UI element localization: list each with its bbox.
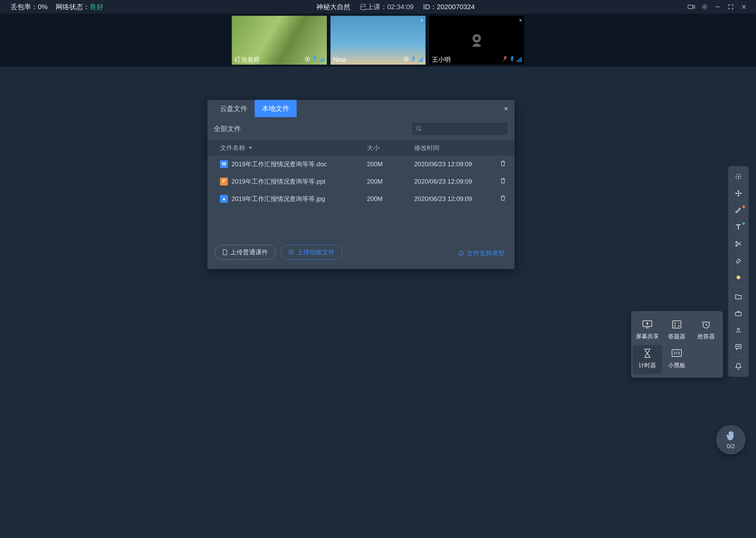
delete-file-icon[interactable] xyxy=(498,178,508,186)
network-status-label: 网络状态： xyxy=(56,3,90,11)
delete-file-icon[interactable] xyxy=(498,195,508,203)
svg-point-14 xyxy=(417,126,420,130)
svg-text:B: B xyxy=(674,325,676,328)
svg-point-26 xyxy=(737,346,738,347)
chat-tool[interactable] xyxy=(728,339,749,355)
filter-all-files[interactable]: 全部文件 xyxy=(214,124,241,134)
svg-point-7 xyxy=(405,58,407,60)
file-dialog: 云盘文件 本地文件 × 全部文件 文件名称 ▼ 大小 修改时间 W 2019年工… xyxy=(208,100,514,269)
participant-tile[interactable]: × 王小明 xyxy=(429,16,524,65)
quiz-tool[interactable]: A✓B✗ 答题器 xyxy=(662,316,691,345)
blackboard-tool[interactable]: 2+3 小黑板 xyxy=(662,345,691,374)
text-tool[interactable] xyxy=(728,219,749,235)
svg-text:2+3: 2+3 xyxy=(674,351,680,355)
hand-icon xyxy=(726,430,736,441)
tab-cloud-files[interactable]: 云盘文件 xyxy=(213,100,255,117)
upload-normal-button[interactable]: 上传普通课件 xyxy=(215,245,276,259)
svg-point-10 xyxy=(475,36,479,40)
buzzer-tool[interactable]: 抢答器 xyxy=(691,316,721,345)
svg-point-1 xyxy=(703,6,706,8)
svg-point-27 xyxy=(738,346,739,347)
info-icon xyxy=(458,250,464,256)
image-file-icon: ▲ xyxy=(220,195,228,203)
file-name: 2019年工作汇报情况查询等等.doc xyxy=(231,160,327,168)
mic-icon xyxy=(411,56,415,63)
users-tool[interactable] xyxy=(728,322,749,339)
file-mtime: 2020/06/23 12:09:09 xyxy=(414,178,498,185)
right-toolbar xyxy=(728,166,749,377)
svg-rect-8 xyxy=(413,56,414,59)
svg-point-23 xyxy=(736,276,740,279)
mic-muted-icon xyxy=(503,56,507,63)
col-mtime[interactable]: 修改时间 xyxy=(414,144,508,152)
quiz-icon: A✓B✗ xyxy=(670,319,683,330)
doc-file-icon: W xyxy=(220,160,228,168)
minimize-icon[interactable] xyxy=(714,3,721,11)
file-size: 200M xyxy=(367,178,414,185)
network-status-value: 良好 xyxy=(90,3,103,11)
svg-rect-24 xyxy=(735,312,741,316)
col-name[interactable]: 文件名称 xyxy=(220,144,245,152)
dialog-close-icon[interactable]: × xyxy=(504,105,508,113)
svg-text:✗: ✗ xyxy=(678,325,680,328)
pen-tool[interactable] xyxy=(728,202,749,219)
blackboard-icon: 2+3 xyxy=(670,348,683,359)
hand-raise-count: 0/2 xyxy=(727,443,735,450)
file-name: 2019年工作汇报情况查询等等.jpg xyxy=(231,195,325,203)
upload-dynamic-button[interactable]: 上传动效文件 xyxy=(281,245,342,259)
timer-tool[interactable]: 计时器 xyxy=(633,345,662,374)
close-window-icon[interactable] xyxy=(740,3,748,11)
hand-raise-button[interactable]: 0/2 xyxy=(716,425,745,455)
screen-share-icon xyxy=(641,319,654,330)
svg-point-25 xyxy=(737,328,739,330)
files-tool[interactable] xyxy=(728,288,749,305)
participant-close-icon[interactable]: × xyxy=(420,17,423,24)
top-bar: 丢包率：0% 网络状态：良好 神秘大自然 已上课：02:34:09 ID：202… xyxy=(0,0,756,14)
file-name: 2019年工作汇报情况查询等等.ppt xyxy=(231,177,325,186)
hourglass-icon xyxy=(641,348,654,359)
table-row[interactable]: W 2019年工作汇报情况查询等等.doc 200M 2020/06/23 12… xyxy=(208,155,514,173)
settings-gear-icon[interactable] xyxy=(701,3,708,11)
svg-text:✓: ✓ xyxy=(678,322,680,324)
svg-point-28 xyxy=(739,346,740,347)
screen-share-tool[interactable]: 屏幕共享 xyxy=(633,316,662,345)
alarm-clock-icon xyxy=(700,319,712,330)
scissors-tool[interactable] xyxy=(728,235,749,252)
move-tool[interactable] xyxy=(728,185,749,202)
sort-desc-icon[interactable]: ▼ xyxy=(248,145,253,150)
supported-types-link[interactable]: 文件支持类型 xyxy=(458,249,504,257)
signal-bars-icon xyxy=(319,57,324,62)
svg-rect-13 xyxy=(511,56,513,59)
eraser-tool[interactable] xyxy=(728,252,749,269)
participant-close-icon[interactable]: × xyxy=(519,17,522,24)
camera-toggle-icon[interactable] xyxy=(688,3,695,11)
participant-name: 王小明 xyxy=(432,55,451,64)
participant-tile[interactable]: 叮当老师 xyxy=(232,16,327,65)
tab-local-files[interactable]: 本地文件 xyxy=(255,100,297,117)
signal-bars-icon xyxy=(418,57,423,62)
file-mtime: 2020/06/23 12:09:09 xyxy=(414,195,498,202)
svg-point-19 xyxy=(461,252,461,252)
camera-status-icon xyxy=(305,56,310,63)
bell-tool[interactable] xyxy=(728,358,749,375)
participant-tile[interactable]: × Nina xyxy=(330,16,426,65)
room-id-value: 2020070324 xyxy=(437,3,475,11)
color-picker-tool[interactable] xyxy=(728,269,749,286)
file-size: 200M xyxy=(367,161,414,168)
svg-text:A: A xyxy=(674,322,676,324)
table-row[interactable]: P 2019年工作汇报情况查询等等.ppt 200M 2020/06/23 12… xyxy=(208,173,514,190)
search-input[interactable] xyxy=(412,122,508,135)
table-row[interactable]: ▲ 2019年工作汇报情况查询等等.jpg 200M 2020/06/23 12… xyxy=(208,190,514,207)
search-field[interactable] xyxy=(422,125,504,133)
delete-file-icon[interactable] xyxy=(498,160,508,168)
participant-name: 叮当老师 xyxy=(234,55,260,64)
elapsed-value: 02:34:09 xyxy=(387,3,414,11)
play-circle-icon xyxy=(289,249,294,255)
fullscreen-icon[interactable] xyxy=(727,3,734,11)
toolbox-tool[interactable] xyxy=(728,305,749,322)
search-icon xyxy=(416,126,422,132)
participant-name: Nina xyxy=(333,56,346,63)
col-size[interactable]: 大小 xyxy=(367,144,414,152)
video-strip: 叮当老师 × Nina × 王小明 xyxy=(0,14,756,67)
laser-pointer-tool[interactable] xyxy=(728,168,749,185)
